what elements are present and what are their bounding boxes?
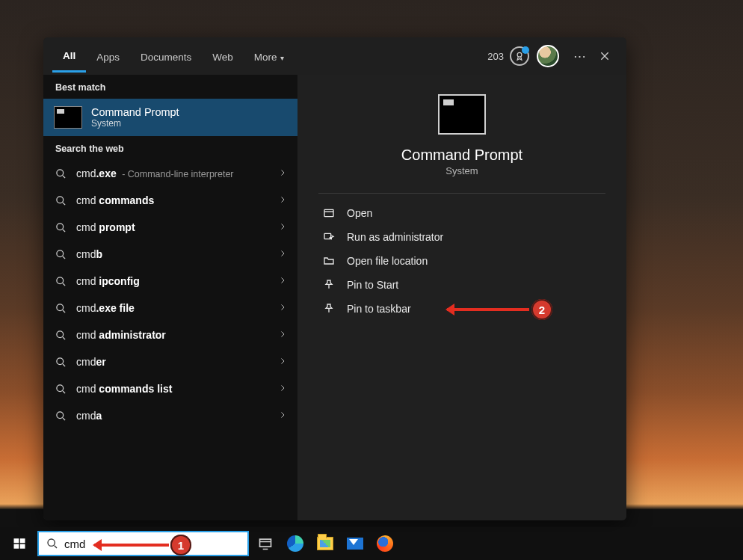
svg-point-4 bbox=[56, 250, 63, 256]
svg-point-1 bbox=[56, 169, 63, 176]
svg-point-10 bbox=[56, 411, 63, 418]
svg-point-7 bbox=[56, 330, 63, 337]
action-run-as-admin[interactable]: Run as administrator bbox=[318, 225, 605, 249]
svg-point-6 bbox=[56, 304, 63, 310]
annotation-arrow bbox=[447, 308, 529, 311]
pin-icon bbox=[321, 279, 336, 291]
web-search-item[interactable]: cmda bbox=[43, 402, 297, 429]
close-button[interactable] bbox=[592, 43, 617, 69]
annotation-badge-2: 2 bbox=[531, 299, 552, 320]
search-icon bbox=[54, 168, 67, 179]
chevron-right-icon bbox=[278, 383, 287, 395]
chevron-down-icon: ▾ bbox=[280, 54, 284, 62]
search-icon bbox=[46, 538, 58, 550]
pin-icon bbox=[321, 303, 336, 315]
search-icon bbox=[54, 195, 67, 206]
web-search-item[interactable]: cmder bbox=[43, 348, 297, 375]
file-explorer-icon bbox=[317, 537, 333, 550]
web-search-item[interactable]: cmdb bbox=[43, 241, 297, 268]
chevron-right-icon bbox=[278, 221, 287, 233]
web-search-item[interactable]: cmd commands list bbox=[43, 375, 297, 402]
svg-rect-14 bbox=[20, 538, 25, 543]
svg-rect-15 bbox=[14, 544, 19, 549]
chevron-right-icon bbox=[278, 248, 287, 260]
tab-documents[interactable]: Documents bbox=[130, 41, 202, 72]
search-icon bbox=[54, 303, 67, 314]
best-match-item[interactable]: Command Prompt System bbox=[43, 99, 297, 136]
web-search-item[interactable]: cmd prompt bbox=[43, 214, 297, 241]
web-search-item-text: cmd commands list bbox=[76, 383, 269, 395]
cmd-large-icon bbox=[438, 94, 486, 135]
avatar[interactable] bbox=[537, 45, 559, 67]
web-search-item[interactable]: cmd administrator bbox=[43, 321, 297, 348]
taskbar-app-explorer[interactable] bbox=[312, 530, 339, 557]
chevron-right-icon bbox=[278, 302, 287, 314]
chevron-right-icon bbox=[278, 329, 287, 341]
search-tabbar: All Apps Documents Web More▾ 203 ⋯ bbox=[43, 37, 626, 75]
svg-point-8 bbox=[56, 357, 63, 364]
svg-point-2 bbox=[56, 196, 63, 203]
mail-icon bbox=[347, 538, 363, 550]
firefox-icon bbox=[377, 535, 393, 552]
search-panel: All Apps Documents Web More▾ 203 ⋯ Best … bbox=[43, 37, 626, 520]
taskbar-app-firefox[interactable] bbox=[372, 530, 398, 557]
svg-point-9 bbox=[56, 384, 63, 391]
chevron-right-icon bbox=[278, 167, 287, 179]
search-icon bbox=[54, 249, 67, 260]
web-search-item[interactable]: cmd.exe file bbox=[43, 295, 297, 321]
more-options-button[interactable]: ⋯ bbox=[567, 43, 592, 69]
open-icon bbox=[321, 207, 336, 219]
search-web-label: Search the web bbox=[43, 136, 297, 160]
results-left-pane: Best match Command Prompt System Search … bbox=[43, 75, 297, 520]
tab-all[interactable]: All bbox=[52, 40, 86, 73]
web-search-item[interactable]: cmd commands bbox=[43, 187, 297, 214]
web-search-item-text: cmda bbox=[76, 410, 269, 422]
web-search-item-text: cmdb bbox=[76, 248, 269, 260]
search-icon bbox=[54, 276, 67, 287]
action-pin-to-start[interactable]: Pin to Start bbox=[318, 273, 605, 297]
chevron-right-icon bbox=[278, 275, 287, 287]
search-icon bbox=[54, 384, 67, 395]
action-open[interactable]: Open bbox=[318, 201, 605, 225]
search-icon bbox=[54, 357, 67, 368]
details-sub: System bbox=[446, 165, 478, 176]
annotation-badge-1: 1 bbox=[170, 535, 191, 556]
task-view-button[interactable] bbox=[252, 530, 279, 557]
tab-web[interactable]: Web bbox=[202, 41, 244, 72]
tab-apps[interactable]: Apps bbox=[86, 41, 130, 72]
svg-point-0 bbox=[517, 52, 522, 57]
chevron-right-icon bbox=[278, 410, 287, 422]
rewards-badge[interactable]: 203 bbox=[487, 46, 529, 66]
web-search-item[interactable]: cmd ipconfig bbox=[43, 268, 297, 295]
taskbar-app-edge[interactable] bbox=[282, 530, 309, 557]
svg-rect-16 bbox=[20, 544, 25, 549]
folder-icon bbox=[321, 255, 336, 267]
taskbar-app-mail[interactable] bbox=[342, 530, 369, 557]
cmd-icon bbox=[54, 106, 82, 129]
edge-icon bbox=[287, 535, 303, 552]
svg-point-17 bbox=[48, 539, 55, 546]
annotation-arrow bbox=[94, 544, 169, 547]
web-search-item-text: cmd.exe - Command-line interpreter bbox=[76, 167, 269, 179]
svg-rect-11 bbox=[324, 209, 333, 216]
tab-more[interactable]: More▾ bbox=[244, 41, 295, 72]
details-title: Command Prompt bbox=[401, 147, 522, 164]
best-match-title: Command Prompt bbox=[91, 106, 179, 118]
svg-rect-18 bbox=[260, 539, 271, 547]
chevron-right-icon bbox=[278, 356, 287, 368]
action-open-file-location[interactable]: Open file location bbox=[318, 249, 605, 273]
web-search-item-text: cmder bbox=[76, 356, 269, 368]
web-search-item-text: cmd prompt bbox=[76, 221, 269, 233]
web-search-item-text: cmd administrator bbox=[76, 329, 269, 341]
web-search-item[interactable]: cmd.exe - Command-line interpreter bbox=[43, 160, 297, 187]
svg-point-3 bbox=[56, 223, 63, 230]
start-button[interactable] bbox=[4, 530, 34, 557]
web-search-item-text: cmd commands bbox=[76, 194, 269, 206]
web-search-item-text: cmd.exe file bbox=[76, 302, 269, 314]
search-icon bbox=[54, 222, 67, 233]
web-search-item-text: cmd ipconfig bbox=[76, 275, 269, 287]
details-right-pane: Command Prompt System Open Run as admini… bbox=[297, 75, 626, 520]
shield-run-icon bbox=[321, 231, 336, 243]
divider bbox=[318, 193, 605, 194]
search-icon bbox=[54, 410, 67, 422]
